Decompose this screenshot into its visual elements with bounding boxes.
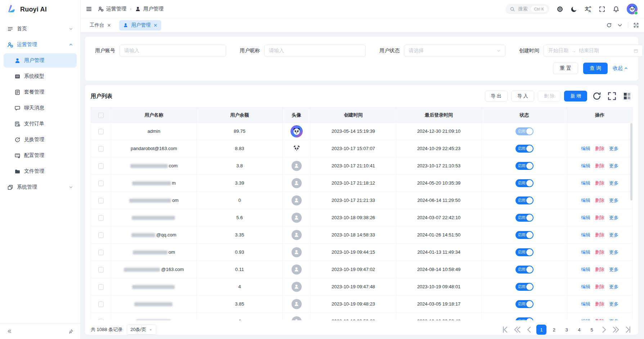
status-toggle[interactable]: 启用: [515, 248, 533, 256]
row-checkbox[interactable]: [98, 319, 104, 320]
edit-link[interactable]: 编辑: [581, 180, 590, 186]
sidebar-item-兑换管理[interactable]: 兑换管理: [4, 132, 77, 147]
tab-用户管理[interactable]: 用户管理 ✕: [119, 20, 161, 31]
delete-button[interactable]: 删 除: [538, 91, 561, 101]
import-button[interactable]: 导 入: [511, 91, 534, 101]
delete-link[interactable]: 删除: [595, 145, 604, 152]
edit-link[interactable]: 编辑: [581, 197, 590, 204]
row-checkbox[interactable]: [98, 250, 104, 255]
close-icon[interactable]: ✕: [153, 23, 157, 28]
row-checkbox[interactable]: [98, 181, 104, 186]
chevron-down-icon[interactable]: [617, 22, 623, 28]
jump-back-icon[interactable]: [513, 325, 522, 334]
status-toggle[interactable]: 启用: [515, 179, 533, 187]
select-all-checkbox[interactable]: [98, 113, 104, 118]
edit-link[interactable]: 编辑: [581, 232, 590, 238]
delete-link[interactable]: 删除: [595, 318, 604, 321]
sidebar-item-系统模型[interactable]: 系统模型: [4, 69, 77, 83]
row-checkbox[interactable]: [98, 215, 104, 221]
next-page-icon[interactable]: [599, 325, 609, 334]
row-checkbox[interactable]: [98, 198, 104, 203]
more-link[interactable]: 更多: [609, 249, 618, 256]
delete-link[interactable]: 删除: [595, 249, 604, 256]
export-button[interactable]: 导 出: [485, 91, 508, 101]
delete-link[interactable]: 删除: [595, 232, 604, 238]
status-toggle[interactable]: 启用: [515, 127, 533, 135]
close-icon[interactable]: ✕: [107, 23, 111, 28]
row-checkbox[interactable]: [98, 129, 104, 134]
status-toggle[interactable]: 启用: [515, 283, 533, 291]
delete-link[interactable]: 删除: [595, 197, 604, 204]
edit-link[interactable]: 编辑: [581, 301, 590, 307]
nickname-input[interactable]: 请输入: [264, 45, 366, 57]
row-checkbox[interactable]: [98, 267, 104, 272]
status-toggle[interactable]: 启用: [515, 266, 533, 274]
first-page-icon[interactable]: [501, 325, 510, 334]
more-link[interactable]: 更多: [609, 163, 618, 169]
sidebar-item-文件管理[interactable]: 文件管理: [4, 164, 77, 178]
more-link[interactable]: 更多: [609, 318, 618, 321]
status-toggle[interactable]: 启用: [515, 300, 533, 308]
table-scrollbar[interactable]: [630, 123, 632, 200]
collapse-double-left-icon[interactable]: [4, 326, 14, 336]
page-number-1[interactable]: 1: [536, 325, 546, 335]
status-toggle[interactable]: 启用: [515, 231, 533, 239]
pin-icon[interactable]: [66, 326, 76, 336]
refresh-icon[interactable]: [606, 22, 612, 28]
add-button[interactable]: 新 增: [564, 91, 587, 101]
more-link[interactable]: 更多: [609, 266, 618, 273]
delete-link[interactable]: 删除: [595, 266, 604, 273]
page-number-2[interactable]: 2: [549, 325, 559, 335]
sidebar-item-支付订单[interactable]: 支付订单: [4, 117, 77, 131]
sidebar-item-聊天消息[interactable]: 聊天消息: [4, 101, 77, 115]
jump-forward-icon[interactable]: [611, 325, 621, 334]
sidebar-item-用户管理[interactable]: 用户管理: [4, 53, 77, 68]
more-link[interactable]: 更多: [609, 180, 618, 186]
status-toggle[interactable]: 启用: [515, 145, 533, 153]
search-button[interactable]: 查 询: [583, 63, 608, 74]
date-range-input[interactable]: 开始日期 → 结束日期: [544, 45, 643, 57]
page-number-5[interactable]: 5: [587, 325, 597, 335]
avatar[interactable]: [627, 4, 638, 14]
page-number-4[interactable]: 4: [574, 325, 584, 335]
row-checkbox[interactable]: [98, 146, 104, 152]
more-link[interactable]: 更多: [609, 232, 618, 238]
delete-link[interactable]: 删除: [595, 301, 604, 307]
delete-link[interactable]: 删除: [595, 214, 604, 221]
hamburger-menu-icon[interactable]: [86, 6, 92, 12]
page-number-3[interactable]: 3: [562, 325, 572, 335]
row-checkbox[interactable]: [98, 163, 104, 169]
status-toggle[interactable]: 启用: [515, 214, 533, 222]
edit-link[interactable]: 编辑: [581, 284, 590, 290]
expand-icon[interactable]: [633, 22, 639, 28]
status-toggle[interactable]: 启用: [515, 317, 533, 321]
sidebar-item-运营管理[interactable]: 运营管理: [4, 37, 77, 52]
sidebar-item-系统管理[interactable]: 系统管理: [4, 180, 77, 194]
edit-link[interactable]: 编辑: [581, 163, 590, 169]
breadcrumb-item-用户管理[interactable]: 用户管理: [135, 6, 163, 12]
fullscreen-icon[interactable]: [607, 91, 617, 101]
more-link[interactable]: 更多: [609, 214, 618, 221]
edit-link[interactable]: 编辑: [581, 145, 590, 152]
row-checkbox[interactable]: [98, 284, 104, 290]
translate-icon[interactable]: 文A: [585, 6, 591, 13]
edit-link[interactable]: 编辑: [581, 249, 590, 256]
sidebar-item-首页[interactable]: 首页: [4, 22, 77, 36]
edit-link[interactable]: 编辑: [581, 214, 590, 221]
edit-link[interactable]: 编辑: [581, 318, 590, 321]
moon-icon[interactable]: [571, 6, 577, 13]
account-input[interactable]: 请输入: [120, 45, 226, 57]
more-link[interactable]: 更多: [609, 197, 618, 204]
bell-icon[interactable]: [613, 6, 620, 13]
sidebar-item-套餐管理[interactable]: 套餐管理: [4, 85, 77, 99]
row-checkbox[interactable]: [98, 302, 104, 307]
delete-link[interactable]: 删除: [595, 284, 604, 290]
refresh-icon[interactable]: [591, 91, 602, 101]
search-input[interactable]: 搜索 Ctrl K: [505, 4, 550, 14]
tab-工作台[interactable]: 工作台 ✕: [86, 20, 115, 31]
row-checkbox[interactable]: [98, 232, 104, 238]
collapse-filters-link[interactable]: 收起: [613, 65, 628, 72]
more-link[interactable]: 更多: [609, 284, 618, 290]
status-select[interactable]: 请选择: [404, 45, 505, 57]
edit-link[interactable]: 编辑: [581, 266, 590, 273]
